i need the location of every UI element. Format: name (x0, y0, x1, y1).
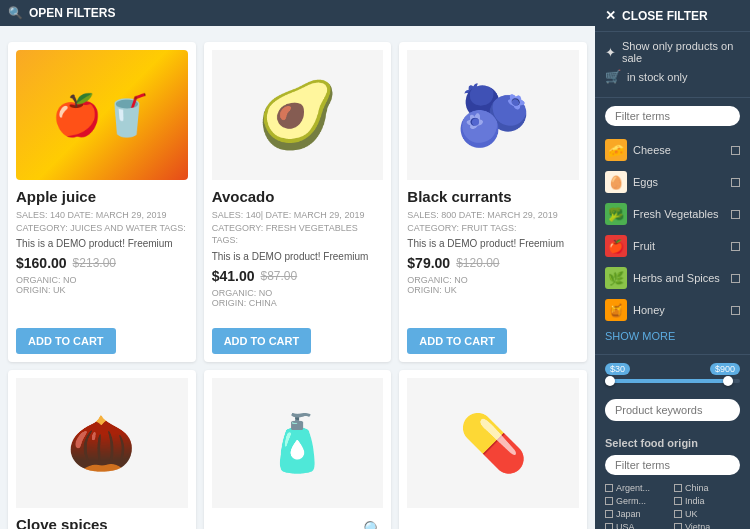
origin-checkbox[interactable] (605, 523, 613, 529)
veg-checkbox[interactable] (731, 210, 740, 219)
sale-icon: ✦ (605, 45, 616, 60)
origin-label: India (685, 496, 705, 506)
origin-checkbox[interactable] (674, 510, 682, 518)
origin-label: Argent... (616, 483, 650, 493)
price-current: $160.00 (16, 255, 67, 271)
category-label: Eggs (633, 176, 658, 188)
range-slider-fill (605, 379, 733, 383)
category-label: Fruit (633, 240, 655, 252)
open-filters-bar[interactable]: 🔍 OPEN FILTERS (0, 0, 595, 26)
origin-germany[interactable]: Germ... (605, 496, 671, 506)
on-sale-label: Show only products on sale (622, 40, 740, 64)
category-herbs[interactable]: 🌿 Herbs and Spices (605, 262, 740, 294)
product-description: This is a DEMO product! Freemium (16, 238, 188, 249)
in-stock-label: in stock only (627, 71, 688, 83)
product-card-pills: 💊 (399, 370, 587, 529)
origin-india[interactable]: India (674, 496, 740, 506)
product-meta: SALES: 140| DATE: MARCH 29, 2019 CATEGOR… (212, 209, 384, 247)
range-slider-track (605, 379, 740, 383)
organic-info: ORGANIC: NO ORIGIN: UK (16, 275, 188, 295)
cheese-icon: 🧀 (605, 139, 627, 161)
filter-terms-section: 🧀 Cheese 🥚 Eggs 🥦 Fresh Vegetables 🍎 Fru… (595, 98, 750, 354)
honey-icon: 🍯 (605, 299, 627, 321)
range-handle-max[interactable] (723, 376, 733, 386)
price-current: $41.00 (212, 268, 255, 284)
price-range-section: $30 $900 (595, 354, 750, 399)
product-image-oil: 🧴 (212, 378, 384, 508)
origin-label: Germ... (616, 496, 646, 506)
keywords-section (595, 399, 750, 437)
category-label: Fresh Vegetables (633, 208, 719, 220)
in-stock-checkbox-row[interactable]: 🛒 in stock only (605, 69, 740, 84)
category-fresh-veg[interactable]: 🥦 Fresh Vegetables (605, 198, 740, 230)
origin-china[interactable]: China (674, 483, 740, 493)
product-image-avocado: 🥑 (212, 50, 384, 180)
category-fruit[interactable]: 🍎 Fruit (605, 230, 740, 262)
product-meta: SALES: 800 DATE: MARCH 29, 2019 CATEGORY… (407, 209, 579, 234)
vegetables-icon: 🥦 (605, 203, 627, 225)
honey-checkbox[interactable] (731, 306, 740, 315)
search-icon: 🔍 (8, 6, 23, 20)
category-honey[interactable]: 🍯 Honey (605, 294, 740, 326)
product-description: This is a DEMO product! Freemium (407, 238, 579, 249)
origin-vietnam[interactable]: Vietna... (674, 522, 740, 529)
origin-argentina[interactable]: Argent... (605, 483, 671, 493)
price-original: $213.00 (73, 256, 116, 270)
keywords-input[interactable] (605, 399, 740, 421)
add-to-cart-button[interactable]: ADD TO CART (407, 328, 507, 354)
origin-label: Japan (616, 509, 641, 519)
fruit-icon: 🍎 (605, 235, 627, 257)
product-name: Avocado (212, 188, 384, 205)
origin-filter-input[interactable] (605, 455, 740, 475)
show-more-button[interactable]: SHOW MORE (605, 326, 740, 346)
filter-options: ✦ Show only products on sale 🛒 in stock … (595, 32, 750, 98)
fruit-checkbox[interactable] (731, 242, 740, 251)
price-row: $160.00 $213.00 (16, 255, 188, 271)
category-label: Herbs and Spices (633, 272, 720, 284)
origin-checkbox[interactable] (605, 510, 613, 518)
products-area: 🍎🥤 Apple juice SALES: 140 DATE: MARCH 29… (0, 26, 595, 529)
price-min-badge: $30 (605, 363, 630, 375)
product-image-clove: 🌰 (16, 378, 188, 508)
product-card-apple-juice: 🍎🥤 Apple juice SALES: 140 DATE: MARCH 29… (8, 42, 196, 362)
close-filter-bar[interactable]: ✕ CLOSE FILTER (595, 0, 750, 32)
origin-usa[interactable]: USA (605, 522, 671, 529)
herbs-checkbox[interactable] (731, 274, 740, 283)
product-card-oil: 🧴 🔍 (204, 370, 392, 529)
category-label: Honey (633, 304, 665, 316)
price-row: $79.00 $120.00 (407, 255, 579, 271)
price-max-badge: $900 (710, 363, 740, 375)
origin-label: UK (685, 509, 698, 519)
origin-label: Vietna... (685, 522, 718, 529)
origin-checkbox[interactable] (605, 497, 613, 505)
origin-uk[interactable]: UK (674, 509, 740, 519)
category-cheese[interactable]: 🧀 Cheese (605, 134, 740, 166)
filter-terms-input[interactable] (605, 106, 740, 126)
product-name: Apple juice (16, 188, 188, 205)
price-current: $79.00 (407, 255, 450, 271)
origin-checkbox[interactable] (605, 484, 613, 492)
on-sale-checkbox-row[interactable]: ✦ Show only products on sale (605, 40, 740, 64)
product-meta: SALES: 140 DATE: MARCH 29, 2019 CATEGORY… (16, 209, 188, 234)
add-to-cart-button[interactable]: ADD TO CART (16, 328, 116, 354)
category-label: Cheese (633, 144, 671, 156)
product-image-black-currants: 🫐 (407, 50, 579, 180)
eggs-checkbox[interactable] (731, 178, 740, 187)
origin-japan[interactable]: Japan (605, 509, 671, 519)
cheese-checkbox[interactable] (731, 146, 740, 155)
range-handle-min[interactable] (605, 376, 615, 386)
origin-title: Select food origin (605, 437, 740, 449)
product-card-black-currants: 🫐 Black currants SALES: 800 DATE: MARCH … (399, 42, 587, 362)
add-to-cart-button[interactable]: ADD TO CART (212, 328, 312, 354)
product-image-apple-juice: 🍎🥤 (16, 50, 188, 180)
close-icon: ✕ (605, 8, 616, 23)
origin-label: China (685, 483, 709, 493)
product-card-clove: 🌰 Clove spices SALES: 22 DATE: MARC... (8, 370, 196, 529)
category-eggs[interactable]: 🥚 Eggs (605, 166, 740, 198)
origin-checkbox[interactable] (674, 523, 682, 529)
zoom-icon[interactable]: 🔍 (363, 520, 383, 529)
herbs-icon: 🌿 (605, 267, 627, 289)
origin-checkbox[interactable] (674, 484, 682, 492)
origin-checkbox[interactable] (674, 497, 682, 505)
category-list: 🧀 Cheese 🥚 Eggs 🥦 Fresh Vegetables 🍎 Fru… (605, 134, 740, 326)
